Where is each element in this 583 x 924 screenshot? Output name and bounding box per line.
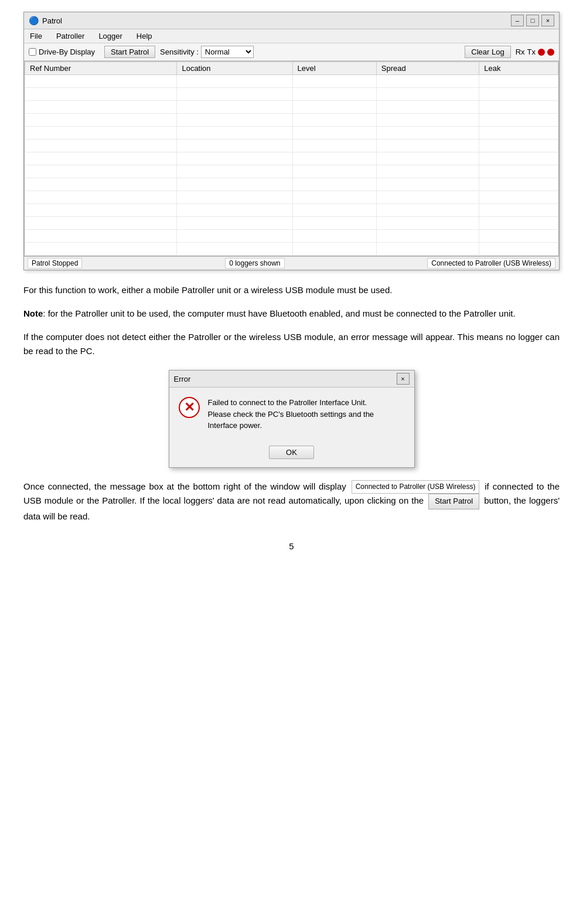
col-location: Location <box>177 62 292 75</box>
error-dialog: Error × ✕ Failed to connect to the Patro… <box>169 370 415 468</box>
table-row <box>25 127 558 140</box>
table-row <box>25 204 558 217</box>
data-table-container: Ref Number Location Level Spread Leak <box>24 61 559 256</box>
col-level: Level <box>292 62 376 75</box>
tx-indicator <box>547 49 554 56</box>
dialog-footer: OK <box>169 441 414 467</box>
patrol-window: 🔵 Patrol – □ × File Patroller Logger Hel… <box>23 12 560 270</box>
patrol-status: Patrol Stopped <box>28 258 82 269</box>
table-row <box>25 178 558 191</box>
col-spread: Spread <box>376 62 479 75</box>
rx-indicator <box>538 49 545 56</box>
col-leak: Leak <box>479 62 558 75</box>
table-row <box>25 88 558 101</box>
sensitivity-select[interactable]: Low Normal High <box>201 46 254 58</box>
window-title-group: 🔵 Patrol <box>29 16 62 25</box>
close-button[interactable]: × <box>541 15 554 26</box>
table-row <box>25 114 558 127</box>
table-row <box>25 101 558 114</box>
rx-label: Rx <box>516 47 525 56</box>
window-titlebar: 🔵 Patrol – □ × <box>24 12 559 29</box>
dialog-close-button[interactable]: × <box>397 373 410 385</box>
dialog-ok-button[interactable]: OK <box>269 446 314 459</box>
table-row <box>25 243 558 256</box>
table-row <box>25 152 558 165</box>
minimize-button[interactable]: – <box>511 15 524 26</box>
dialog-titlebar: Error × <box>169 371 414 388</box>
table-row <box>25 140 558 152</box>
table-body <box>25 75 558 256</box>
para4: Once connected, the message box at the b… <box>23 480 560 524</box>
window-title: Patrol <box>42 16 62 25</box>
page-number: 5 <box>23 541 560 551</box>
tx-label: Tx <box>527 47 536 56</box>
table-row <box>25 75 558 88</box>
drive-by-display-label: Drive-By Display <box>39 47 95 56</box>
drive-by-display-checkbox[interactable] <box>29 48 36 56</box>
connection-status: Connected to Patroller (USB Wireless) <box>427 258 555 269</box>
dialog-message-line2: Please check the PC's Bluetooth settings… <box>208 409 405 432</box>
app-icon: 🔵 <box>29 16 39 25</box>
menu-help[interactable]: Help <box>134 30 155 42</box>
error-icon: ✕ <box>179 397 200 418</box>
menu-file[interactable]: File <box>28 30 45 42</box>
toolbar: Drive-By Display Start Patrol Sensitivit… <box>24 43 559 61</box>
rx-tx-group: Rx Tx <box>516 47 554 56</box>
data-table: Ref Number Location Level Spread Leak <box>25 62 558 256</box>
sensitivity-group: Sensitivity : Low Normal High <box>160 46 460 58</box>
dialog-message: Failed to connect to the Patroller Inter… <box>208 397 405 432</box>
drive-by-display-group: Drive-By Display <box>29 47 95 56</box>
col-ref-number: Ref Number <box>25 62 177 75</box>
table-row <box>25 230 558 243</box>
status-bar: Patrol Stopped 0 loggers shown Connected… <box>24 256 559 270</box>
start-patrol-button[interactable]: Start Patrol <box>104 46 155 58</box>
table-row <box>25 191 558 204</box>
menubar: File Patroller Logger Help <box>24 29 559 43</box>
dialog-content: ✕ Failed to connect to the Patroller Int… <box>169 388 414 441</box>
menu-patroller[interactable]: Patroller <box>54 30 87 42</box>
para3: If the computer does not detect either t… <box>23 330 560 358</box>
menu-logger[interactable]: Logger <box>96 30 124 42</box>
maximize-button[interactable]: □ <box>526 15 539 26</box>
sensitivity-label: Sensitivity : <box>160 47 199 56</box>
para4-start: Once connected, the message box at the b… <box>23 481 346 491</box>
table-row <box>25 165 558 178</box>
window-controls: – □ × <box>511 15 554 26</box>
para2-bold: Note <box>23 308 43 318</box>
para2: Note: for the Patroller unit to be used,… <box>23 307 560 321</box>
clear-log-button[interactable]: Clear Log <box>465 46 510 58</box>
dialog-title: Error <box>174 375 191 383</box>
dialog-message-line1: Failed to connect to the Patroller Inter… <box>208 397 405 409</box>
start-patrol-inline-button[interactable]: Start Patrol <box>428 494 479 509</box>
para2-rest: : for the Patroller unit to be used, the… <box>43 308 515 318</box>
dialog-backdrop: Error × ✕ Failed to connect to the Patro… <box>23 370 560 468</box>
table-row <box>25 217 558 230</box>
connected-to-patroller-box: Connected to Patroller (USB Wireless) <box>352 480 480 494</box>
loggers-shown: 0 loggers shown <box>225 258 284 269</box>
para1: For this function to work, either a mobi… <box>23 283 560 297</box>
